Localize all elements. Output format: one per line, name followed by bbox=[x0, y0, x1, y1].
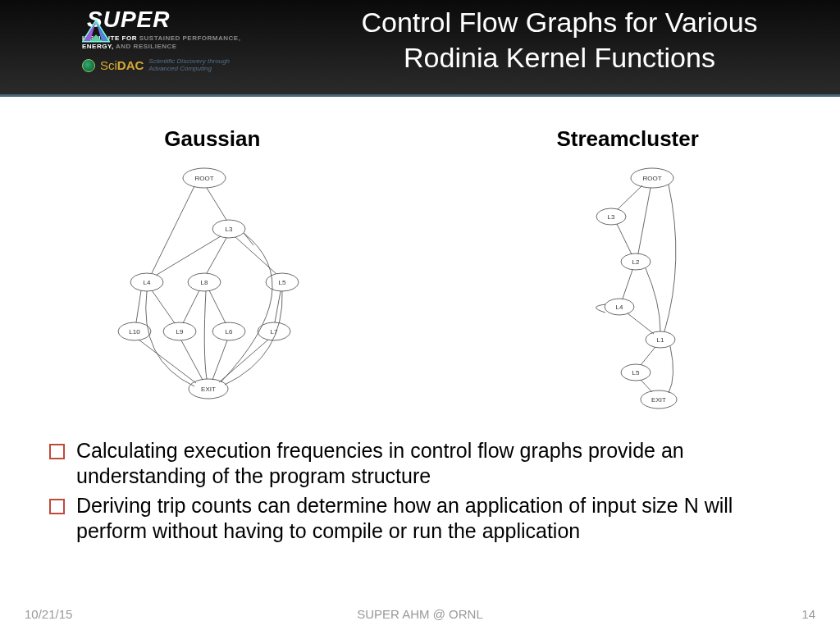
svg-text:L6: L6 bbox=[225, 328, 232, 336]
svg-line-36 bbox=[181, 340, 203, 380]
svg-line-37 bbox=[212, 340, 227, 380]
svg-line-34 bbox=[275, 291, 281, 322]
bullet-item: Deriving trip counts can determine how a… bbox=[49, 493, 791, 543]
svg-line-28 bbox=[235, 237, 276, 274]
slide-header: SUPER INSTITUTE FOR SUSTAINED PERFORMANC… bbox=[0, 0, 840, 97]
institute-tagline: INSTITUTE FOR SUSTAINED PERFORMANCE, ENE… bbox=[82, 34, 271, 50]
gaussian-graph: ROOT L3 L4 L8 L5 L10 L9 L6 L7 EXIT bbox=[106, 163, 319, 413]
svg-line-57 bbox=[628, 313, 654, 334]
footer-venue: SUPER AHM @ ORNL bbox=[0, 607, 840, 621]
svg-text:L3: L3 bbox=[608, 213, 615, 221]
bullet-text: Calculating execution frequencies in con… bbox=[76, 438, 791, 488]
svg-line-35 bbox=[139, 340, 196, 383]
streamcluster-label: Streamcluster bbox=[464, 126, 791, 152]
svg-text:L9: L9 bbox=[176, 328, 183, 336]
svg-text:L5: L5 bbox=[278, 279, 285, 286]
bullet-text: Deriving trip counts can determine how a… bbox=[76, 493, 791, 543]
svg-text:L2: L2 bbox=[632, 258, 640, 266]
svg-line-32 bbox=[183, 290, 199, 323]
svg-text:ROOT: ROOT bbox=[643, 175, 662, 182]
svg-text:L1: L1 bbox=[657, 336, 664, 344]
svg-line-54 bbox=[638, 188, 651, 253]
logo-area: SUPER INSTITUTE FOR SUSTAINED PERFORMANC… bbox=[82, 7, 271, 73]
bullet-item: Calculating execution frequencies in con… bbox=[49, 438, 791, 488]
svg-line-30 bbox=[136, 290, 141, 322]
bullet-icon bbox=[49, 499, 65, 514]
scidac-badge-icon bbox=[82, 59, 95, 72]
streamcluster-column: Streamcluster ROOT L3 L2 L4 L1 L5 EXIT bbox=[464, 121, 791, 433]
svg-text:L7: L7 bbox=[270, 328, 277, 336]
bullet-list: Calculating execution frequencies in con… bbox=[49, 438, 791, 543]
svg-line-58 bbox=[641, 347, 655, 365]
svg-line-31 bbox=[152, 290, 175, 323]
slide-body: Gaussian ROOT L3 L4 L8 L5 L10 L9 L6 L7 E… bbox=[0, 97, 840, 605]
svg-text:L10: L10 bbox=[129, 328, 140, 336]
svg-text:L4: L4 bbox=[143, 279, 150, 286]
gaussian-column: Gaussian ROOT L3 L4 L8 L5 L10 L9 L6 L7 E… bbox=[49, 121, 376, 433]
slide-footer: 10/21/15 SUPER AHM @ ORNL 14 bbox=[0, 607, 840, 623]
svg-line-53 bbox=[618, 185, 642, 209]
svg-line-33 bbox=[209, 290, 226, 323]
svg-text:L4: L4 bbox=[616, 304, 623, 311]
scidac-logo: SciDAC Scientific Discovery throughAdvan… bbox=[82, 58, 271, 73]
slide-title: Control Flow Graphs for Various Rodinia … bbox=[312, 5, 807, 75]
gaussian-label: Gaussian bbox=[49, 126, 376, 152]
svg-line-56 bbox=[623, 270, 632, 299]
svg-line-38 bbox=[219, 340, 268, 382]
svg-text:EXIT: EXIT bbox=[651, 396, 666, 404]
svg-text:L8: L8 bbox=[200, 279, 208, 286]
svg-line-55 bbox=[617, 224, 632, 254]
svg-line-25 bbox=[152, 186, 194, 273]
svg-text:ROOT: ROOT bbox=[194, 175, 213, 182]
svg-text:EXIT: EXIT bbox=[201, 386, 216, 393]
svg-line-24 bbox=[207, 188, 226, 220]
scidac-text: SciDAC bbox=[100, 58, 144, 72]
scidac-tagline: Scientific Discovery throughAdvanced Com… bbox=[148, 58, 230, 73]
streamcluster-graph: ROOT L3 L2 L4 L1 L5 EXIT bbox=[554, 163, 701, 413]
svg-line-26 bbox=[157, 236, 221, 275]
footer-page: 14 bbox=[801, 607, 815, 621]
super-logo: SUPER bbox=[82, 7, 271, 33]
svg-line-29 bbox=[244, 233, 253, 245]
svg-marker-3 bbox=[90, 34, 102, 41]
svg-text:L3: L3 bbox=[225, 226, 232, 233]
svg-line-59 bbox=[641, 380, 652, 392]
svg-text:L5: L5 bbox=[632, 369, 640, 377]
bullet-icon bbox=[49, 444, 65, 459]
